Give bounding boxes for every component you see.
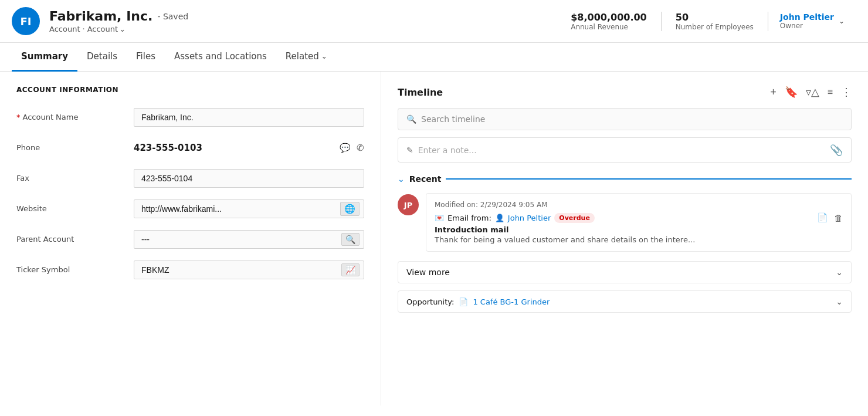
field-account-name: *Account Name xyxy=(16,108,364,127)
fax-label: Fax xyxy=(16,169,134,182)
field-phone: Phone 423-555-0103 💬 ✆ xyxy=(16,138,364,157)
employees-stat: 50 Number of Employees xyxy=(662,12,768,31)
annual-revenue-value: $8,000,000.00 xyxy=(571,12,647,23)
from-person-link[interactable]: John Peltier xyxy=(508,214,551,222)
timeline-search-icon: 🔍 xyxy=(406,114,416,124)
tab-files[interactable]: Files xyxy=(127,43,165,72)
field-ticker-symbol: Ticker Symbol 📈 xyxy=(16,261,364,279)
breadcrumb-account-dropdown[interactable]: Account ⌄ xyxy=(87,25,126,33)
timeline-item-from-row: 💌 Email from: 👤 John Peltier Overdue 📄 🗑 xyxy=(435,212,843,223)
more-options-icon[interactable]: ⋮ xyxy=(841,86,852,99)
search-timeline[interactable]: 🔍 Search timeline xyxy=(398,108,852,130)
header-stats: $8,000,000.00 Annual Revenue 50 Number o… xyxy=(557,12,856,31)
tab-summary[interactable]: Summary xyxy=(12,43,77,72)
website-input[interactable] xyxy=(134,199,364,218)
parent-account-value-container: 🔍 xyxy=(134,230,364,249)
item-edit-icon[interactable]: 📄 xyxy=(817,212,828,223)
field-website: Website 🌐 xyxy=(16,199,364,218)
item-delete-icon[interactable]: 🗑 xyxy=(834,213,843,223)
fax-value-container xyxy=(134,169,364,188)
recent-label: Recent xyxy=(409,174,442,184)
parent-account-input[interactable] xyxy=(134,230,364,249)
note-input-row[interactable]: ✎ Enter a note... 📎 xyxy=(398,137,852,163)
pencil-icon: ✎ xyxy=(406,146,413,155)
ticker-symbol-input[interactable] xyxy=(134,261,364,279)
parent-account-label: Parent Account xyxy=(16,230,134,243)
lookup-search-icon[interactable]: 🔍 xyxy=(341,233,360,246)
page-header: FI Fabrikam, Inc. - Saved Account · Acco… xyxy=(0,0,868,43)
timeline-item-content: Modified on: 2/29/2024 9:05 AM 💌 Email f… xyxy=(426,193,852,252)
phone-label: Phone xyxy=(16,138,134,152)
timeline-header: Timeline + 🔖 ▿△ ≡ ⋮ xyxy=(398,86,852,99)
opportunity-link[interactable]: 1 Café BG-1 Grinder xyxy=(473,297,550,306)
owner-label: Owner xyxy=(780,22,834,30)
item-actions: 📄 🗑 xyxy=(817,212,843,223)
opportunity-doc-icon: 📄 xyxy=(459,297,468,306)
header-name-row: Fabrikam, Inc. - Saved xyxy=(49,9,547,23)
tab-related-chevron-icon: ⌄ xyxy=(321,52,327,60)
timeline-actions: + 🔖 ▿△ ≡ ⋮ xyxy=(770,86,852,99)
timeline-title: Timeline xyxy=(398,87,770,98)
recent-chevron-icon[interactable]: ⌄ xyxy=(398,174,405,184)
sms-icon[interactable]: 💬 xyxy=(340,143,351,153)
filter-icon[interactable]: ▿△ xyxy=(806,86,819,99)
header-title-block: Fabrikam, Inc. - Saved Account · Account… xyxy=(49,9,547,33)
person-icon: 👤 xyxy=(495,214,504,222)
owner-chevron-icon[interactable]: ⌄ xyxy=(839,17,845,25)
annual-revenue-label: Annual Revenue xyxy=(571,23,647,31)
view-more-row[interactable]: View more ⌄ xyxy=(398,261,852,283)
note-placeholder: Enter a note... xyxy=(418,146,825,155)
sort-icon[interactable]: ≡ xyxy=(828,87,833,97)
breadcrumb-second-label: Account xyxy=(87,25,118,33)
account-name-value-container xyxy=(134,108,364,127)
opportunity-content: Opportunity: 📄 1 Café BG-1 Grinder xyxy=(406,297,550,306)
main-content: ACCOUNT INFORMATION *Account Name Phone … xyxy=(0,72,868,405)
annual-revenue-stat: $8,000,000.00 Annual Revenue xyxy=(557,12,662,31)
timeline-item-avatar: JP xyxy=(398,194,419,215)
section-title: ACCOUNT INFORMATION xyxy=(16,86,364,94)
chart-icon[interactable]: 📈 xyxy=(341,263,360,276)
employees-value: 50 xyxy=(676,12,754,23)
owner-info: John Peltier Owner xyxy=(780,12,834,30)
timeline-item-meta: Modified on: 2/29/2024 9:05 AM xyxy=(435,201,843,209)
tab-related[interactable]: Related ⌄ xyxy=(276,43,337,72)
paperclip-icon: 📎 xyxy=(830,144,843,156)
tab-related-label: Related xyxy=(286,51,319,62)
fax-input[interactable] xyxy=(134,169,364,188)
add-timeline-item-button[interactable]: + xyxy=(770,86,777,99)
account-name-label: *Account Name xyxy=(16,108,134,121)
field-parent-account: Parent Account 🔍 xyxy=(16,230,364,249)
view-more-label: View more xyxy=(406,268,450,277)
breadcrumb-account[interactable]: Account xyxy=(49,25,80,33)
owner-name[interactable]: John Peltier xyxy=(780,12,834,22)
field-fax: Fax xyxy=(16,169,364,188)
tab-details[interactable]: Details xyxy=(77,43,127,72)
email-icon: 💌 xyxy=(435,214,444,222)
breadcrumb: Account · Account ⌄ xyxy=(49,25,547,33)
call-icon[interactable]: ✆ xyxy=(357,143,364,153)
account-name-input[interactable] xyxy=(134,108,364,127)
timeline-search-placeholder: Search timeline xyxy=(421,114,485,124)
phone-value-container: 423-555-0103 💬 ✆ xyxy=(134,138,364,157)
employees-label: Number of Employees xyxy=(676,23,754,31)
required-asterisk: * xyxy=(16,113,21,121)
tab-bar: Summary Details Files Assets and Locatio… xyxy=(0,43,868,72)
owner-block: John Peltier Owner ⌄ xyxy=(768,12,856,30)
breadcrumb-chevron-icon: ⌄ xyxy=(119,25,126,33)
globe-icon[interactable]: 🌐 xyxy=(340,202,360,216)
overdue-badge: Overdue xyxy=(554,213,595,223)
phone-value: 423-555-0103 xyxy=(134,138,335,157)
saved-badge: - Saved xyxy=(157,12,188,21)
from-label: Email from: xyxy=(447,214,491,222)
website-value-container: 🌐 xyxy=(134,199,364,218)
company-avatar: FI xyxy=(12,7,40,35)
opportunity-row[interactable]: Opportunity: 📄 1 Café BG-1 Grinder ⌄ xyxy=(398,290,852,313)
tab-assets-and-locations[interactable]: Assets and Locations xyxy=(165,43,276,72)
right-panel: Timeline + 🔖 ▿△ ≡ ⋮ 🔍 Search timeline ✎ … xyxy=(381,72,868,405)
recent-section-header: ⌄ Recent xyxy=(398,174,852,184)
item-subject: Introduction mail xyxy=(435,225,843,234)
bookmark-icon[interactable]: 🔖 xyxy=(785,86,798,99)
item-preview: Thank for being a valued customer and sh… xyxy=(435,235,843,244)
timeline-item: JP Modified on: 2/29/2024 9:05 AM 💌 Emai… xyxy=(398,193,852,252)
left-panel: ACCOUNT INFORMATION *Account Name Phone … xyxy=(0,72,381,405)
